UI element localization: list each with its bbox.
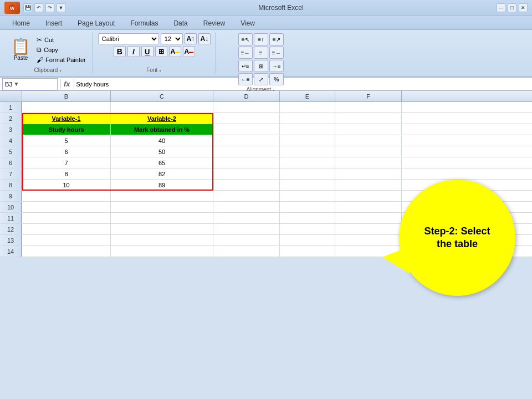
tab-view[interactable]: View bbox=[233, 17, 263, 29]
cell-e1[interactable] bbox=[280, 102, 335, 112]
cell-c4[interactable]: 40 bbox=[111, 135, 213, 146]
cell-d10[interactable] bbox=[213, 202, 280, 212]
cell-c8[interactable]: 89 bbox=[111, 180, 213, 190]
cell-b2[interactable]: Variable-1 bbox=[22, 113, 111, 124]
cell-d3[interactable] bbox=[213, 124, 280, 135]
col-header-c[interactable]: C bbox=[111, 91, 213, 102]
cell-b4[interactable]: 5 bbox=[22, 135, 111, 146]
cell-c3[interactable]: Mark obtained in % bbox=[111, 124, 213, 135]
align-left-button[interactable]: ≡← bbox=[238, 47, 253, 59]
cell-b7[interactable]: 8 bbox=[22, 168, 111, 179]
cell-b10[interactable] bbox=[22, 202, 111, 212]
cell-d7[interactable] bbox=[213, 168, 280, 179]
redo-icon[interactable]: ↷ bbox=[45, 3, 54, 12]
cell-e14[interactable] bbox=[280, 246, 335, 257]
merge-button[interactable]: ⊞ bbox=[254, 60, 268, 72]
cell-f13[interactable] bbox=[335, 235, 402, 245]
cell-d14[interactable] bbox=[213, 246, 280, 257]
italic-button[interactable]: I bbox=[127, 46, 140, 57]
cell-d9[interactable] bbox=[213, 191, 280, 201]
col-header-f[interactable]: F bbox=[335, 91, 402, 102]
cell-c10[interactable] bbox=[111, 202, 213, 212]
cell-b13[interactable] bbox=[22, 235, 111, 245]
cell-b6[interactable]: 7 bbox=[22, 157, 111, 168]
save-icon[interactable]: 💾 bbox=[23, 3, 32, 12]
cell-d6[interactable] bbox=[213, 157, 280, 168]
fill-color-button[interactable]: A▬ bbox=[169, 46, 181, 57]
cell-f1[interactable] bbox=[335, 102, 402, 112]
cell-f6[interactable] bbox=[335, 157, 402, 168]
cell-f8[interactable] bbox=[335, 180, 402, 190]
tab-data[interactable]: Data bbox=[166, 17, 195, 29]
cell-c7[interactable]: 82 bbox=[111, 168, 213, 179]
tab-review[interactable]: Review bbox=[196, 17, 233, 29]
border-button[interactable]: ⊞ bbox=[155, 46, 167, 57]
font-color-button[interactable]: A▬ bbox=[183, 46, 195, 57]
cell-c6[interactable]: 65 bbox=[111, 157, 213, 168]
cell-c1[interactable] bbox=[111, 102, 213, 112]
cell-c2[interactable]: Variable-2 bbox=[111, 113, 213, 124]
cell-d1[interactable] bbox=[213, 102, 280, 112]
align-top-center-button[interactable]: ≡↑ bbox=[254, 33, 268, 45]
cell-e11[interactable] bbox=[280, 213, 335, 223]
cell-d4[interactable] bbox=[213, 135, 280, 146]
cell-d12[interactable] bbox=[213, 224, 280, 234]
cell-e9[interactable] bbox=[280, 191, 335, 201]
tab-home[interactable]: Home bbox=[4, 17, 38, 29]
cell-e5[interactable] bbox=[280, 146, 335, 157]
tab-formulas[interactable]: Formulas bbox=[122, 17, 166, 29]
cell-f9[interactable] bbox=[335, 191, 402, 201]
cell-f2[interactable] bbox=[335, 113, 402, 124]
cell-e6[interactable] bbox=[280, 157, 335, 168]
cell-e4[interactable] bbox=[280, 135, 335, 146]
align-right-button[interactable]: ≡→ bbox=[269, 47, 284, 59]
tab-insert[interactable]: Insert bbox=[38, 17, 70, 29]
cell-e12[interactable] bbox=[280, 224, 335, 234]
decrease-font-button[interactable]: A↓ bbox=[198, 33, 211, 44]
col-header-e[interactable]: E bbox=[280, 91, 335, 102]
cell-c11[interactable] bbox=[111, 213, 213, 223]
name-box[interactable]: B3 ▼ bbox=[2, 78, 58, 90]
cell-e10[interactable] bbox=[280, 202, 335, 212]
cell-c13[interactable] bbox=[111, 235, 213, 245]
font-size-select[interactable]: 12 bbox=[161, 33, 183, 44]
cell-e3[interactable] bbox=[280, 124, 335, 135]
cell-c5[interactable]: 50 bbox=[111, 146, 213, 157]
col-header-d[interactable]: D bbox=[213, 91, 280, 102]
undo-icon[interactable]: ↶ bbox=[34, 3, 43, 12]
format-painter-button[interactable]: 🖌 Format Painter bbox=[35, 55, 88, 64]
tab-page-layout[interactable]: Page Layout bbox=[70, 17, 122, 29]
cell-e8[interactable] bbox=[280, 180, 335, 190]
cell-e2[interactable] bbox=[280, 113, 335, 124]
cell-d2[interactable] bbox=[213, 113, 280, 124]
cell-f3[interactable] bbox=[335, 124, 402, 135]
office-button[interactable]: W bbox=[4, 2, 20, 14]
copy-button[interactable]: ⧉ Copy bbox=[35, 45, 88, 54]
align-top-right-button[interactable]: ≡↗ bbox=[269, 33, 284, 45]
cut-button[interactable]: ✂ Cut bbox=[35, 35, 88, 44]
cell-d13[interactable] bbox=[213, 235, 280, 245]
cell-c14[interactable] bbox=[111, 246, 213, 257]
cell-f7[interactable] bbox=[335, 168, 402, 179]
cell-b14[interactable] bbox=[22, 246, 111, 257]
cell-d11[interactable] bbox=[213, 213, 280, 223]
wrap-text-button[interactable]: ↵≡ bbox=[238, 60, 253, 72]
col-header-b[interactable]: B bbox=[22, 91, 111, 102]
align-center-button[interactable]: ≡ bbox=[254, 47, 268, 59]
cell-c9[interactable] bbox=[111, 191, 213, 201]
paste-button[interactable]: 📋 Paste bbox=[9, 38, 33, 62]
cell-d8[interactable] bbox=[213, 180, 280, 190]
cell-f4[interactable] bbox=[335, 135, 402, 146]
cell-b1[interactable] bbox=[22, 102, 111, 112]
cell-b9[interactable] bbox=[22, 191, 111, 201]
cell-e13[interactable] bbox=[280, 235, 335, 245]
cell-f11[interactable] bbox=[335, 213, 402, 223]
font-name-select[interactable]: Calibri bbox=[98, 33, 159, 44]
cell-b3[interactable]: Study hours bbox=[22, 124, 111, 135]
indent-button[interactable]: →≡ bbox=[269, 60, 284, 72]
cell-b11[interactable] bbox=[22, 213, 111, 223]
cell-c12[interactable] bbox=[111, 224, 213, 234]
cell-f12[interactable] bbox=[335, 224, 402, 234]
clipboard-expand-icon[interactable]: ⬩ bbox=[59, 67, 62, 73]
cell-f10[interactable] bbox=[335, 202, 402, 212]
